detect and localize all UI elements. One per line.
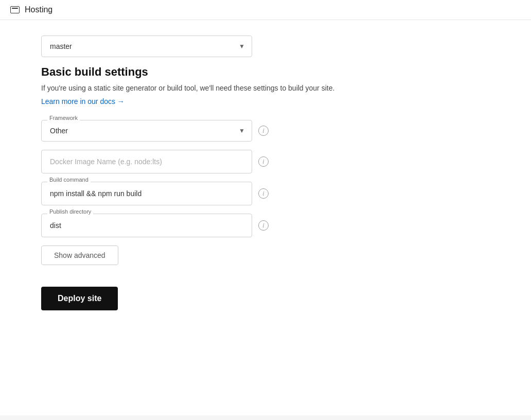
page-title: Hosting bbox=[25, 5, 52, 14]
branch-select-container: master main develop staging ▼ bbox=[41, 36, 252, 57]
branch-field-group: master main develop staging ▼ bbox=[41, 36, 490, 57]
publish-directory-info-icon[interactable]: i bbox=[258, 220, 269, 231]
docker-image-input[interactable] bbox=[41, 150, 252, 173]
framework-select[interactable]: Other Create React App Vue Angular Gatsb… bbox=[41, 120, 252, 142]
header-bar: Hosting bbox=[0, 0, 531, 20]
build-settings-section: Basic build settings If you're using a s… bbox=[41, 65, 490, 237]
build-settings-description: If you're using a static site generator … bbox=[41, 83, 490, 94]
framework-info-icon[interactable]: i bbox=[258, 126, 269, 136]
deploy-site-button[interactable]: Deploy site bbox=[41, 287, 118, 310]
docker-info-icon[interactable]: i bbox=[258, 156, 269, 167]
publish-directory-input-container: Publish directory bbox=[41, 214, 252, 237]
branch-select[interactable]: master main develop staging bbox=[41, 36, 252, 57]
framework-select-container: Framework Other Create React App Vue Ang… bbox=[41, 120, 252, 142]
build-command-info-icon[interactable]: i bbox=[258, 188, 269, 199]
show-advanced-button[interactable]: Show advanced bbox=[41, 246, 118, 265]
docker-image-field-row: i bbox=[41, 150, 490, 173]
publish-directory-input[interactable] bbox=[41, 214, 252, 237]
learn-more-link[interactable]: Learn more in our docs → bbox=[41, 97, 125, 106]
publish-directory-label: Publish directory bbox=[47, 208, 93, 215]
main-content: master main develop staging ▼ Basic buil… bbox=[0, 20, 531, 415]
build-command-field-row: Build command i bbox=[41, 182, 490, 205]
build-command-input[interactable] bbox=[41, 182, 252, 205]
build-command-label: Build command bbox=[47, 177, 91, 183]
build-command-input-container: Build command bbox=[41, 182, 252, 205]
framework-field-row: Framework Other Create React App Vue Ang… bbox=[41, 120, 490, 142]
framework-label: Framework bbox=[47, 115, 80, 121]
browser-icon bbox=[10, 6, 20, 13]
build-settings-title: Basic build settings bbox=[41, 65, 490, 79]
publish-directory-field-row: Publish directory i bbox=[41, 214, 490, 237]
docker-image-input-container bbox=[41, 150, 252, 173]
buttons-section: Show advanced Deploy site bbox=[41, 246, 490, 310]
